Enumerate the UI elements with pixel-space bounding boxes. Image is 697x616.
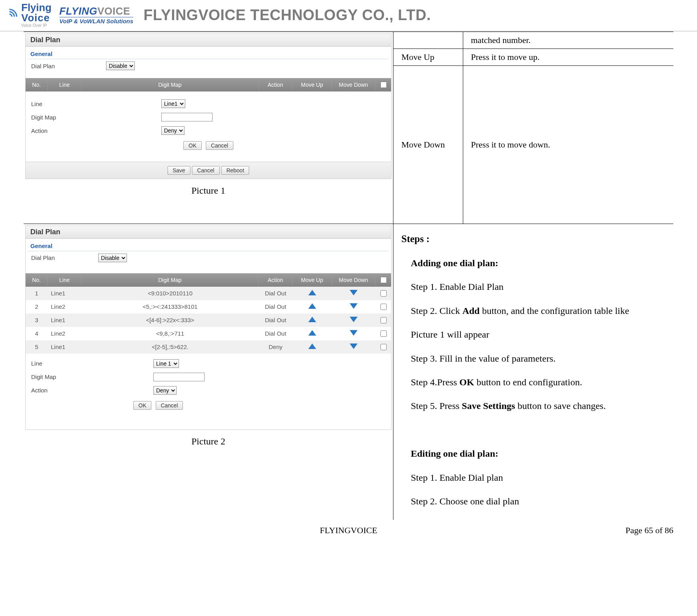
cell-movedown[interactable] xyxy=(332,314,375,326)
row-checkbox[interactable] xyxy=(380,330,387,337)
cell-check xyxy=(375,314,391,327)
cell-action: Dial Out xyxy=(259,287,293,299)
step-2c: button, and the configuration table like xyxy=(480,306,629,316)
step-2a: Step 2. Click xyxy=(411,306,462,316)
line-label: Line xyxy=(31,101,161,107)
table-row: 2Line2<5,:><:241333>8101Dial Out xyxy=(26,300,391,314)
cell-no: 2 xyxy=(26,301,48,312)
cell-line: Line1 xyxy=(48,287,82,299)
row-checkbox[interactable] xyxy=(380,317,387,323)
arrow-up-icon xyxy=(308,317,316,322)
cell-map: <9,8,:>711 xyxy=(82,328,259,339)
arrow-down-icon xyxy=(350,343,358,349)
cell-moveup[interactable] xyxy=(293,341,332,353)
digitmap-label: Digit Map xyxy=(31,114,161,121)
header-checkbox[interactable] xyxy=(380,82,387,88)
cell-moveup[interactable] xyxy=(293,328,332,339)
digitmap-input-2[interactable] xyxy=(153,373,205,381)
def-table: matched number. Move Up Press it to move… xyxy=(393,32,673,224)
col-line-2: Line xyxy=(48,274,82,286)
arrow-up-icon xyxy=(308,290,316,295)
col-movedown: Move Down xyxy=(332,79,375,90)
ok-button-2[interactable]: OK xyxy=(133,401,151,410)
screenshot-1: Dial Plan General Dial Plan Disable No. … xyxy=(25,34,391,179)
logo-small: Flying Voice Voice Over IP xyxy=(3,2,52,28)
def-r2-c1: Move Down xyxy=(393,66,463,224)
cell-no: 4 xyxy=(26,328,48,339)
cell-picture-2: Dial Plan General Dial Plan Disable No. … xyxy=(24,224,393,520)
row-checkbox[interactable] xyxy=(380,290,387,297)
action-label-2: Action xyxy=(31,387,153,394)
header-checkbox-2[interactable] xyxy=(380,277,387,283)
step-4c: button to end configuration. xyxy=(474,377,582,387)
wifi-icon xyxy=(2,6,20,24)
col-line: Line xyxy=(48,79,82,90)
dialplan-select[interactable]: Disable xyxy=(106,62,135,70)
action-select[interactable]: Deny xyxy=(161,126,184,135)
cell-line: Line1 xyxy=(48,314,82,326)
cell-movedown[interactable] xyxy=(332,287,375,299)
logo-brand-sub: VoIP & VoWLAN Solutions xyxy=(60,17,134,25)
section-general-2: General xyxy=(28,239,389,251)
def-r1-c1: Move Up xyxy=(393,49,463,66)
cell-map: <9:010>2010110 xyxy=(82,287,259,299)
steps-block: Steps : Adding one dial plan: Step 1. En… xyxy=(393,224,673,520)
col-check-2 xyxy=(375,273,391,287)
cell-movedown[interactable] xyxy=(332,301,375,312)
list-header-2: No. Line Digit Map Action Move Up Move D… xyxy=(26,273,391,287)
step-3: Step 3. Fill in the value of parameters. xyxy=(401,349,665,368)
arrow-down-icon xyxy=(350,303,358,309)
digitmap-input[interactable] xyxy=(161,113,212,121)
step-4a: Step 4.Press xyxy=(411,377,459,387)
content-grid: Dial Plan General Dial Plan Disable No. … xyxy=(24,32,673,520)
cell-moveup[interactable] xyxy=(293,301,332,312)
def-r2-c2: Press it to move down. xyxy=(463,66,673,224)
section-general: General xyxy=(28,47,389,59)
col-map-2: Digit Map xyxy=(82,274,259,286)
action-label: Action xyxy=(31,127,161,134)
col-movedown-2: Move Down xyxy=(332,274,375,286)
dialplan-select-2[interactable]: Disable xyxy=(98,254,127,262)
arrow-up-icon xyxy=(308,303,316,309)
step-2-cont: Picture 1 will appear xyxy=(401,325,665,344)
step-5a: Step 5. Press xyxy=(411,401,462,411)
col-no: No. xyxy=(26,79,48,90)
cancel-button-2[interactable]: Cancel xyxy=(156,401,183,410)
cell-moveup[interactable] xyxy=(293,287,332,299)
step-2b: Add xyxy=(462,306,480,316)
table-row: 3Line1<[4-6]:>22x<:333>Dial Out xyxy=(26,314,391,327)
line-label-2: Line xyxy=(31,360,153,367)
logo-brand-blue: FLYING xyxy=(60,5,97,17)
cell-map: <[2-5],:5>622. xyxy=(82,341,259,353)
cancel-button[interactable]: Cancel xyxy=(206,141,233,150)
company-title: FLYINGVOICE TECHNOLOGY CO., LTD. xyxy=(144,7,431,24)
cell-map: <[4-6]:>22x<:333> xyxy=(82,314,259,326)
cell-moveup[interactable] xyxy=(293,314,332,326)
def-r0-c1 xyxy=(393,32,463,49)
edit-step-1: Step 1. Enable Dial plan xyxy=(401,468,665,487)
table-row: 1Line1<9:010>2010110Dial Out xyxy=(26,287,391,300)
row-checkbox[interactable] xyxy=(380,304,387,310)
logo-brand: FLYINGVOICE VoIP & VoWLAN Solutions xyxy=(60,6,134,24)
col-moveup-2: Move Up xyxy=(293,274,332,286)
cell-picture-1: Dial Plan General Dial Plan Disable No. … xyxy=(24,32,393,224)
reboot-button[interactable]: Reboot xyxy=(221,166,249,175)
arrow-down-icon xyxy=(350,330,358,336)
line-select-2[interactable]: Line 1 xyxy=(153,359,179,368)
cancel2-button[interactable]: Cancel xyxy=(192,166,220,175)
row-checkbox[interactable] xyxy=(380,344,387,350)
line-select[interactable]: Line1 xyxy=(161,99,185,108)
digitmap-label-2: Digit Map xyxy=(31,373,153,380)
dialplan-label: Dial Plan xyxy=(31,63,106,69)
action-select-2[interactable]: Deny xyxy=(153,386,177,395)
cell-check xyxy=(375,300,391,314)
cell-movedown[interactable] xyxy=(332,328,375,339)
step-4: Step 4.Press OK button to end configurat… xyxy=(401,372,665,392)
step-5c: button to save changes. xyxy=(515,401,606,411)
save-button[interactable]: Save xyxy=(168,166,190,175)
cell-movedown[interactable] xyxy=(332,341,375,353)
cell-action: Dial Out xyxy=(259,328,293,339)
cell-line: Line2 xyxy=(48,328,82,339)
step-5b: Save Settings xyxy=(462,401,515,411)
ok-button[interactable]: OK xyxy=(183,141,201,150)
